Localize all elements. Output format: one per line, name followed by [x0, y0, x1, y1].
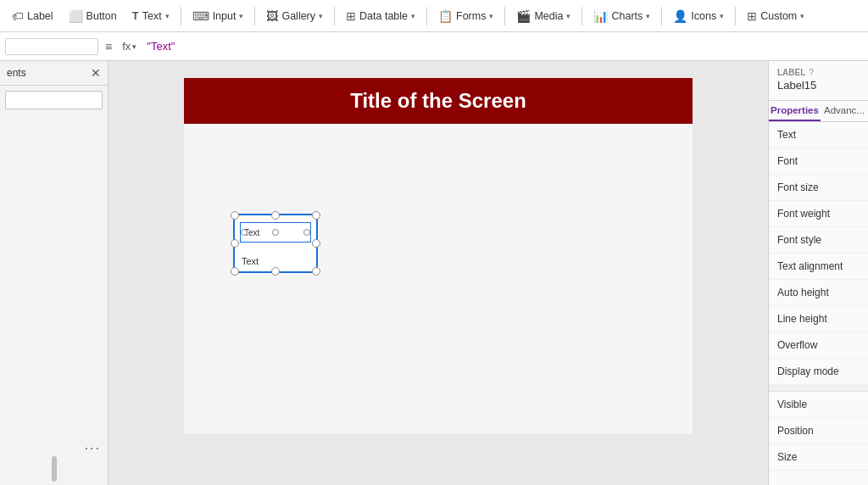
handle-bottom-left[interactable] [231, 267, 239, 276]
datatable-icon: ⊞ [346, 9, 356, 23]
toolbar-item-button[interactable]: ⬜ Button [62, 6, 124, 26]
toolbar-item-gallery[interactable]: 🖼 Gallery ▾ [259, 6, 330, 26]
prop-font-size[interactable]: Font size [769, 175, 868, 201]
canvas-area[interactable]: Title of the Screen Text [108, 61, 768, 485]
handle-bottom-mid[interactable] [271, 267, 280, 276]
label-item-text: Label [27, 10, 53, 22]
forms-chevron-icon: ▾ [489, 12, 493, 20]
prop-font[interactable]: Font [769, 148, 868, 175]
prop-text[interactable]: Text [769, 122, 868, 148]
prop-size[interactable]: Size [769, 444, 868, 471]
prop-font-style[interactable]: Font style [769, 227, 868, 254]
label-icon: 🏷 [12, 9, 24, 23]
close-icon[interactable]: ✕ [91, 66, 101, 80]
custom-item-text: Custom [760, 10, 797, 22]
left-panel-header: ents ✕ [0, 61, 108, 86]
prop-position[interactable]: Position [769, 418, 868, 444]
divider-7 [661, 7, 662, 25]
menu-icon[interactable]: ≡ [102, 40, 115, 53]
inner-handle-right[interactable] [303, 229, 310, 236]
gallery-chevron-icon: ▾ [319, 12, 323, 20]
gallery-icon: 🖼 [266, 9, 278, 23]
left-panel-title: ents [7, 67, 26, 79]
component-name: Label15 [777, 79, 860, 97]
custom-chevron-icon: ▾ [800, 12, 804, 20]
prop-display-mode[interactable]: Display mode [769, 359, 868, 385]
divider-5 [504, 7, 505, 25]
right-panel-header: LABEL ? Label15 [769, 61, 868, 101]
toolbar-item-datatable[interactable]: ⊞ Data table ▾ [339, 6, 422, 26]
tab-advanced[interactable]: Advanc... [821, 101, 868, 121]
label-row: LABEL ? [777, 68, 860, 77]
toolbar-item-custom[interactable]: ⊞ Custom ▾ [740, 6, 811, 26]
prop-text-alignment[interactable]: Text alignment [769, 254, 868, 280]
canvas-title-text: Title of the Screen [350, 89, 526, 113]
handle-mid-left[interactable] [231, 239, 239, 248]
right-panel: LABEL ? Label15 Properties Advanc... Tex… [768, 61, 868, 485]
charts-chevron-icon: ▾ [646, 12, 650, 20]
canvas-surface: Title of the Screen Text [184, 78, 693, 434]
toolbar: 🏷 Label ⬜ Button T Text ▾ ⌨ Input ▾ 🖼 Ga… [0, 0, 868, 32]
button-item-text: Button [86, 10, 117, 22]
handle-bottom-right[interactable] [312, 267, 320, 276]
fx-label: fx [122, 40, 131, 53]
tab-properties[interactable]: Properties [769, 101, 821, 121]
toolbar-item-media[interactable]: 🎬 Media ▾ [509, 6, 577, 26]
media-item-text: Media [534, 10, 563, 22]
left-panel-content [0, 86, 108, 434]
handle-top-right[interactable] [312, 211, 320, 220]
divider-4 [426, 7, 427, 25]
toolbar-item-icons[interactable]: 👤 Icons ▾ [666, 6, 731, 26]
prop-font-weight[interactable]: Font weight [769, 201, 868, 227]
text-item-text: Text [142, 10, 162, 22]
media-chevron-icon: ▾ [566, 12, 570, 20]
widget-inner: Text Text [235, 215, 316, 271]
forms-item-text: Forms [456, 10, 486, 22]
button-icon: ⬜ [69, 9, 83, 23]
divider-2 [254, 7, 255, 25]
prop-auto-height[interactable]: Auto height [769, 280, 868, 306]
icons-chevron-icon: ▾ [720, 12, 724, 20]
toolbar-item-input[interactable]: ⌨ Input ▾ [186, 6, 251, 26]
handle-mid-right[interactable] [312, 239, 320, 248]
component-type-label: LABEL [777, 68, 805, 77]
main-area: ents ✕ ... Title of the Screen [0, 61, 868, 485]
datatable-item-text: Data table [359, 10, 408, 22]
prop-line-height[interactable]: Line height [769, 306, 868, 332]
divider-1 [181, 7, 181, 25]
input-chevron-icon: ▾ [239, 12, 243, 20]
media-icon: 🎬 [516, 9, 531, 23]
forms-icon: 📋 [438, 9, 453, 23]
divider-3 [334, 7, 335, 25]
canvas-title-bar: Title of the Screen [184, 78, 693, 124]
divider-6 [581, 7, 582, 25]
datatable-chevron-icon: ▾ [411, 12, 415, 20]
left-panel-search-input[interactable] [5, 91, 103, 109]
icons-item-text: Icons [691, 10, 716, 22]
properties-list: Text Font Font size Font weight Font sty… [769, 122, 868, 485]
help-icon[interactable]: ? [809, 68, 814, 77]
handle-top-left[interactable] [231, 211, 239, 220]
widget-inner-select: Text [240, 222, 311, 242]
section-divider [769, 385, 868, 392]
charts-icon: 📊 [593, 9, 608, 23]
input-icon: ⌨ [192, 9, 209, 23]
ellipsis-button[interactable]: ... [0, 434, 108, 456]
inner-handle-mid[interactable] [272, 229, 279, 236]
formula-input[interactable] [143, 38, 863, 54]
custom-icon: ⊞ [747, 9, 757, 23]
component-name-input[interactable] [5, 38, 98, 55]
label-widget[interactable]: Text Text [233, 214, 318, 273]
left-panel: ents ✕ ... [0, 61, 108, 485]
handle-top-mid[interactable] [271, 211, 280, 220]
prop-overflow[interactable]: Overflow [769, 332, 868, 359]
toolbar-item-forms[interactable]: 📋 Forms ▾ [431, 6, 500, 26]
toolbar-item-text[interactable]: T Text ▾ [125, 6, 176, 25]
fx-button[interactable]: fx ▾ [119, 40, 140, 53]
right-panel-tabs: Properties Advanc... [769, 101, 868, 122]
inner-handle-left[interactable] [241, 229, 248, 236]
toolbar-item-label[interactable]: 🏷 Label [5, 6, 60, 26]
fx-chevron-icon: ▾ [132, 42, 136, 51]
toolbar-item-charts[interactable]: 📊 Charts ▾ [587, 6, 657, 26]
prop-visible[interactable]: Visible [769, 392, 868, 418]
